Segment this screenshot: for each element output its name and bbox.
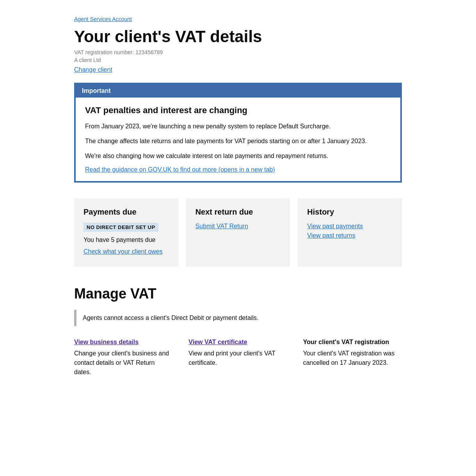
view-vat-certificate-link[interactable]: View VAT certificate (188, 339, 247, 346)
banner-paragraph-1: From January 2023, we're launching a new… (85, 122, 391, 131)
next-return-due-card: Next return due Submit VAT Return (186, 198, 290, 267)
view-past-returns-link[interactable]: View past returns (307, 232, 393, 239)
next-return-due-title: Next return due (195, 208, 281, 217)
breadcrumb[interactable]: Agent Services Account (74, 16, 402, 23)
history-card: History View past payments View past ret… (298, 198, 402, 267)
view-business-details-description: Change your client's business and contac… (74, 349, 173, 377)
important-banner-header: Important (76, 84, 400, 98)
manage-vat-section: Manage VAT Agents cannot access a client… (74, 286, 402, 377)
history-title: History (307, 208, 393, 217)
no-direct-debit-badge: NO DIRECT DEBIT SET UP (83, 223, 158, 232)
vat-registration-heading: Your client's VAT registration (303, 339, 402, 346)
payments-due-text: You have 5 payments due (83, 236, 169, 243)
client-name: A client Ltd (74, 57, 402, 63)
banner-paragraph-3: We're also changing how we calculate int… (85, 151, 391, 161)
page-title: Your client's VAT details (74, 27, 402, 46)
payments-due-card: Payments due NO DIRECT DEBIT SET UP You … (74, 198, 178, 267)
cards-row: Payments due NO DIRECT DEBIT SET UP You … (74, 198, 402, 267)
banner-title: VAT penalties and interest are changing (85, 105, 391, 115)
manage-vat-col-certificate: View VAT certificate View and print your… (188, 339, 287, 377)
change-client-link[interactable]: Change client (74, 66, 112, 73)
payments-due-title: Payments due (83, 208, 169, 217)
manage-vat-notice-text: Agents cannot access a client's Direct D… (83, 314, 258, 321)
view-business-details-link[interactable]: View business details (74, 339, 139, 346)
manage-vat-col-registration: Your client's VAT registration Your clie… (303, 339, 402, 377)
manage-vat-col-business: View business details Change your client… (74, 339, 173, 377)
submit-vat-return-link[interactable]: Submit VAT Return (195, 223, 281, 230)
important-banner-body: VAT penalties and interest are changing … (76, 98, 400, 181)
manage-vat-grid: View business details Change your client… (74, 339, 402, 377)
vat-registration-description: Your client's VAT registration was cance… (303, 349, 402, 368)
manage-vat-notice: Agents cannot access a client's Direct D… (74, 310, 402, 326)
banner-paragraph-2: The change affects late returns and late… (85, 137, 391, 146)
breadcrumb-link[interactable]: Agent Services Account (74, 16, 132, 22)
important-banner: Important VAT penalties and interest are… (74, 83, 402, 183)
manage-vat-title: Manage VAT (74, 286, 402, 302)
view-vat-certificate-description: View and print your client's VAT certifi… (188, 349, 287, 368)
check-what-client-owes-link[interactable]: Check what your client owes (83, 248, 169, 255)
banner-guidance-link[interactable]: Read the guidance on GOV.UK to find out … (85, 166, 275, 173)
vat-registration-number: VAT registration number: 123456789 (74, 49, 402, 55)
view-past-payments-link[interactable]: View past payments (307, 223, 393, 230)
